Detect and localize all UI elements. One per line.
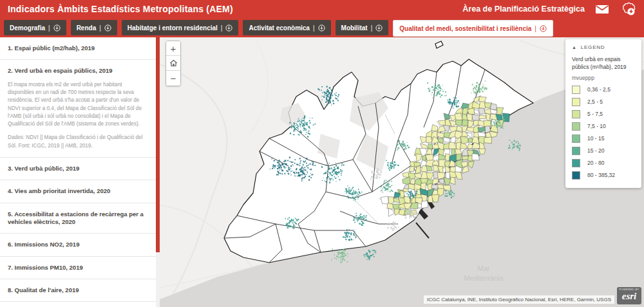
sidebar-item-source: Dades: NDVI || Mapa de Classificació i d… (8, 134, 148, 150)
tab-qualitat-del-medi-sostenibilitat-i-resili-ncia[interactable]: Qualitat del medi, sostenibilitat i resi… (393, 20, 553, 37)
sidebar-item-1[interactable]: 1. Espai públic (m2/hab), 2019 (0, 37, 156, 60)
legend-range-label: 7,5 - 10 (587, 123, 606, 129)
legend-swatch (572, 98, 580, 106)
legend-range-label: 2,5 - 5 (587, 98, 603, 105)
legend-range-label: 80 - 385,32 (587, 172, 615, 178)
home-button[interactable] (166, 56, 180, 71)
sidebar-item-7[interactable]: 7. Immissions PM10, 2019 (0, 257, 156, 279)
esri-logo[interactable]: POWERED BY esri (617, 287, 641, 304)
legend-class-row: 2,5 - 5 (572, 96, 635, 108)
tab-separator: | (313, 24, 315, 32)
legend-class-row: 0,36 - 2,5 (572, 84, 635, 96)
sidebar-item-title: 8. Qualitat de l'aire, 2019 (8, 286, 148, 294)
legend-range-label: 15 - 20 (587, 147, 604, 154)
map-canvas[interactable]: MarMediterrània + − ▲ LEGEND Verd urbà e… (160, 37, 644, 307)
sidebar-item-4[interactable]: 4. Vies amb prioritat invertida, 2020 (0, 180, 156, 203)
legend-swatch (572, 110, 580, 118)
tab-separator: | (371, 24, 373, 32)
legend-swatch (572, 147, 580, 155)
esri-brand: esri (617, 292, 641, 301)
esri-powered-by: POWERED BY (617, 288, 641, 291)
legend-header-label: LEGEND (581, 44, 605, 50)
legend-class-row: 5 - 7,5 (572, 108, 635, 120)
indicator-sidebar: 1. Espai públic (m2/hab), 20192. Verd ur… (0, 37, 160, 307)
sidebar-item-title: 3. Verd urbà públic, 2019 (8, 165, 148, 172)
indicator-tab-bar: Demografia|Renda|Habitatge i entorn resi… (0, 18, 644, 37)
zoom-in-button[interactable]: + (166, 41, 180, 56)
sidebar-item-description: El mapa mostra els m2 de verd urbà per h… (8, 81, 148, 129)
legend-class-row: 10 - 15 (572, 133, 635, 145)
download-circle-icon (318, 24, 325, 32)
app-header: Indicadors Àmbits Estadístics Metropolit… (0, 0, 644, 18)
tab-label: Demografia (10, 24, 45, 32)
legend-range-label: 0,36 - 2,5 (587, 86, 611, 93)
tab-renda[interactable]: Renda| (71, 20, 117, 35)
tab-label: Qualitat del medi, sostenibilitat i resi… (399, 25, 531, 32)
legend-swatch (572, 135, 580, 143)
zoom-out-button[interactable]: − (166, 71, 180, 86)
legend-swatch (572, 86, 580, 94)
org-label: Àrea de Planificació Estratègica (462, 5, 585, 14)
tab-habitatge-i-entorn-residencial[interactable]: Habitatge i entorn residencial| (122, 20, 239, 35)
tab-label: Mobilitat (341, 24, 368, 32)
sidebar-item-2[interactable]: 2. Verd urbà en espais públics, 2019El m… (0, 60, 156, 158)
download-circle-icon (53, 24, 61, 32)
tab-demografia[interactable]: Demografia| (4, 20, 66, 35)
legend-range-label: 10 - 15 (587, 135, 604, 142)
legend-class-row: 20 - 80 (572, 157, 635, 169)
download-circle-icon (104, 24, 111, 32)
mail-icon[interactable] (594, 3, 611, 15)
map-attribution: ICGC Catalunya, INE, Instituto Geográfic… (424, 295, 614, 304)
legend-class-row: 80 - 385,32 (572, 169, 635, 181)
legend-range-label: 20 - 80 (587, 160, 604, 166)
tab-separator: | (535, 25, 536, 32)
download-circle-icon (540, 25, 547, 32)
sidebar-item-title: 2. Verd urbà en espais públics, 2019 (8, 67, 148, 75)
legend-panel: ▲ LEGEND Verd urbà en espais públics (m²… (565, 39, 641, 188)
legend-class-row: 7,5 - 10 (572, 120, 635, 133)
tab-separator: | (48, 24, 50, 32)
tab-separator: | (221, 24, 223, 32)
legend-swatch (572, 122, 580, 131)
legend-swatch (572, 171, 580, 180)
legend-layer-title: Verd urbà en espais públics (m²/hab), 20… (572, 56, 635, 71)
sidebar-item-3[interactable]: 3. Verd urbà públic, 2019 (0, 158, 156, 180)
sidebar-item-title: 4. Vies amb prioritat invertida, 2020 (8, 187, 148, 195)
sidebar-item-title: 1. Espai públic (m2/hab), 2019 (8, 44, 148, 52)
sidebar-item-title: 6. Immissions NO2, 2019 (8, 241, 148, 248)
sidebar-item-5[interactable]: 5. Accessibilitat a estacions de recàrre… (0, 203, 156, 234)
home-icon (169, 59, 178, 67)
legend-field-name: mvueppp (572, 75, 635, 81)
tab-label: Habitatge i entorn residencial (128, 24, 218, 32)
map-zoom-controls: + − (166, 41, 181, 86)
collapse-caret-icon: ▲ (572, 45, 577, 50)
territory-download-icon[interactable] (620, 3, 636, 15)
download-circle-icon (375, 24, 383, 32)
sidebar-item-title: 5. Accessibilitat a estacions de recàrre… (8, 210, 148, 227)
tab-activitat-econ-mica[interactable]: Activitat econòmica| (243, 20, 330, 35)
tab-separator: | (99, 24, 101, 32)
sidebar-item-title: 7. Immissions PM10, 2019 (8, 264, 148, 272)
tab-label: Activitat econòmica (249, 24, 309, 32)
legend-range-label: 5 - 7,5 (587, 111, 603, 117)
tab-mobilitat[interactable]: Mobilitat| (336, 20, 389, 35)
sidebar-item-6[interactable]: 6. Immissions NO2, 2019 (0, 234, 156, 256)
download-circle-icon (225, 24, 232, 32)
legend-swatch (572, 159, 580, 167)
sidebar-item-9[interactable]: 9. Contaminació acústica, 2012 - 2017 (0, 302, 156, 307)
sidebar-item-8[interactable]: 8. Qualitat de l'aire, 2019 (0, 279, 156, 302)
legend-class-row: 15 - 20 (572, 145, 635, 157)
app-title: Indicadors Àmbits Estadístics Metropolit… (8, 4, 233, 14)
legend-header[interactable]: ▲ LEGEND (572, 44, 635, 50)
tab-label: Renda (77, 24, 97, 32)
